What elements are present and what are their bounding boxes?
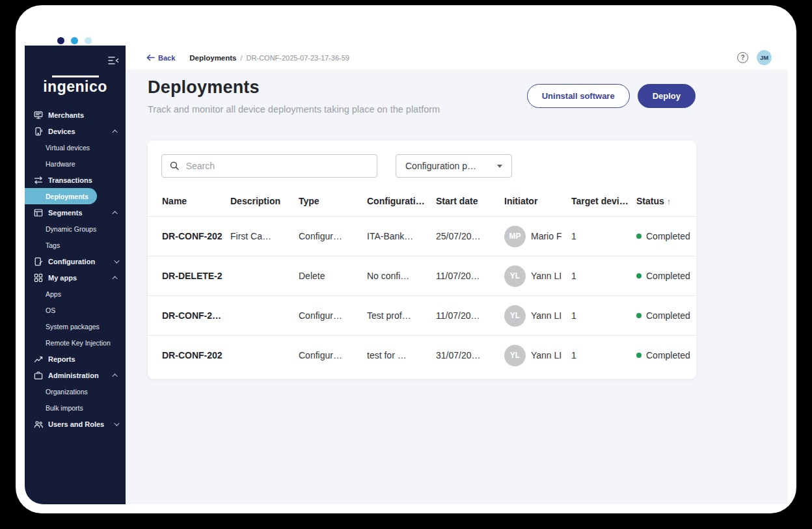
deployment-type: Configur…: [299, 350, 367, 360]
administration-icon: [33, 371, 44, 380]
sidebar-item-organizations[interactable]: Organizations: [25, 383, 126, 400]
sidebar-item-label: Configuration: [48, 258, 95, 265]
deployment-target-devices: 1: [571, 310, 636, 321]
sidebar-item-label: Devices: [48, 128, 75, 135]
deployment-type: Delete: [299, 271, 367, 281]
deployment-name: DR-CONF-202: [162, 350, 230, 360]
deployment-configuration: Test prof…: [367, 310, 436, 321]
topbar: Back Deployments / DR-CONF-2025-07-23-17…: [126, 46, 788, 70]
sidebar-item-merchants[interactable]: Merchants: [25, 107, 126, 123]
column-header-start-date[interactable]: Start date: [436, 196, 504, 206]
initiator-avatar: YL: [504, 305, 526, 327]
deployment-type: Configur…: [299, 310, 367, 321]
sidebar-item-system-packages[interactable]: System packages: [25, 318, 126, 334]
sidebar-item-deployments[interactable]: Deployments: [25, 188, 97, 204]
deployment-start-date: 11/07/20…: [436, 271, 504, 281]
sidebar-item-configuration[interactable]: Configuration: [25, 253, 126, 269]
status-label: Completed: [646, 350, 690, 360]
chevron-down-icon: [114, 420, 119, 426]
deployment-start-date: 31/07/20…: [436, 350, 504, 360]
deployment-configuration: test for …: [367, 350, 436, 360]
help-icon[interactable]: ?: [737, 52, 748, 63]
breadcrumb-current: DR-CONF-2025-07-23-17-36-59: [247, 54, 349, 62]
reports-icon: [33, 355, 44, 364]
deployment-name: DR-DELETE-2: [162, 271, 230, 281]
sidebar-item-label: My apps: [48, 274, 77, 282]
column-header-target-devices[interactable]: Target devi…: [571, 196, 636, 206]
sort-ascending-icon: ↑: [667, 197, 671, 206]
sidebar-item-my-apps[interactable]: My apps: [25, 269, 126, 286]
segments-icon: [33, 208, 44, 217]
deployment-status: Completed: [636, 310, 696, 321]
sidebar-item-administration[interactable]: Administration: [25, 367, 126, 383]
column-header-configuration[interactable]: Configurati…: [367, 196, 436, 206]
deployment-status: Completed: [636, 231, 696, 241]
breadcrumb-separator: /: [241, 54, 243, 62]
sidebar: ingenico MerchantsDevicesVirtual devices…: [25, 46, 126, 504]
column-header-status[interactable]: Status ↑: [636, 196, 696, 206]
deployment-configuration: ITA-Bank…: [367, 231, 436, 241]
column-header-description[interactable]: Description: [230, 196, 299, 206]
sidebar-item-virtual-devices[interactable]: Virtual devices: [25, 139, 126, 156]
users-roles-icon: [33, 420, 44, 429]
sidebar-item-tags[interactable]: Tags: [25, 237, 126, 253]
column-header-name[interactable]: Name: [162, 196, 230, 206]
table-header-row: Name Description Type Configurati… Start…: [148, 186, 696, 216]
search-icon: [170, 161, 180, 171]
back-label: Back: [158, 54, 175, 62]
logo-text: ingenico: [25, 78, 126, 96]
sidebar-item-apps[interactable]: Apps: [25, 286, 126, 302]
logo: ingenico: [25, 75, 126, 96]
deployment-type: Configur…: [299, 231, 367, 241]
search-input[interactable]: [186, 161, 369, 171]
table-row[interactable]: DR-CONF-202First Ca…Configur…ITA-Bank…25…: [148, 216, 696, 256]
table-row[interactable]: DR-CONF-202Configur…test for …31/07/20…Y…: [148, 335, 696, 375]
sidebar-item-reports[interactable]: Reports: [25, 351, 126, 367]
my-apps-icon: [33, 273, 44, 282]
sidebar-item-users-and-roles[interactable]: Users and Roles: [25, 416, 126, 432]
sidebar-item-label: OS: [46, 306, 55, 314]
sidebar-item-devices[interactable]: Devices: [25, 123, 126, 139]
sidebar-item-transactions[interactable]: Transactions: [25, 172, 126, 188]
status-dot: [636, 273, 642, 278]
sidebar-item-label: Merchants: [48, 111, 84, 119]
configuration-profile-filter[interactable]: Configuration p…: [396, 154, 512, 178]
sidebar-item-label: Users and Roles: [48, 420, 104, 428]
collapse-sidebar-icon[interactable]: [108, 56, 119, 68]
deployment-target-devices: 1: [571, 231, 636, 241]
deploy-button[interactable]: Deploy: [638, 84, 696, 108]
sidebar-item-remote-key-injection[interactable]: Remote Key Injection: [25, 334, 126, 351]
sidebar-item-hardware[interactable]: Hardware: [25, 156, 126, 172]
back-button[interactable]: Back: [146, 54, 175, 62]
initiator-avatar: MP: [504, 226, 526, 247]
deployment-name: DR-CONF-2…: [162, 310, 230, 321]
column-header-initiator[interactable]: Initiator: [504, 196, 571, 206]
sidebar-item-os[interactable]: OS: [25, 302, 126, 318]
sidebar-item-label: Bulk imports: [46, 404, 83, 412]
deployment-status: Completed: [636, 271, 696, 281]
breadcrumb-section[interactable]: Deployments: [189, 54, 236, 62]
uninstall-software-button[interactable]: Uninstall software: [527, 84, 630, 108]
deployment-initiator: YLYann LI: [504, 305, 571, 327]
status-dot: [636, 234, 642, 239]
status-dot: [636, 313, 642, 318]
sidebar-item-label: Dynamic Groups: [46, 225, 96, 233]
deployments-table-card: Configuration p… Name Description Type C…: [148, 141, 696, 379]
configuration-filter-value: Configuration p…: [405, 161, 476, 171]
sidebar-nav: MerchantsDevicesVirtual devicesHardwareT…: [25, 107, 126, 432]
transactions-icon: [33, 176, 44, 185]
sidebar-item-label: Tags: [46, 241, 60, 249]
column-header-type[interactable]: Type: [299, 196, 367, 206]
deployment-initiator: YLYann LI: [504, 345, 571, 366]
status-dot: [636, 353, 642, 358]
page-title: Deployments: [148, 77, 260, 98]
sidebar-item-dynamic-groups[interactable]: Dynamic Groups: [25, 221, 126, 237]
user-avatar[interactable]: JM: [757, 50, 772, 65]
sidebar-item-bulk-imports[interactable]: Bulk imports: [25, 400, 126, 416]
sidebar-item-label: Organizations: [46, 388, 88, 396]
table-row[interactable]: DR-DELETE-2DeleteNo confi…11/07/20…YLYan…: [148, 256, 696, 295]
sidebar-item-segments[interactable]: Segments: [25, 204, 126, 221]
main-content: Deployments Track and monitor all device…: [126, 70, 788, 504]
table-row[interactable]: DR-CONF-2…Configur…Test prof…11/07/20…YL…: [148, 295, 696, 335]
deployment-status: Completed: [636, 350, 696, 360]
